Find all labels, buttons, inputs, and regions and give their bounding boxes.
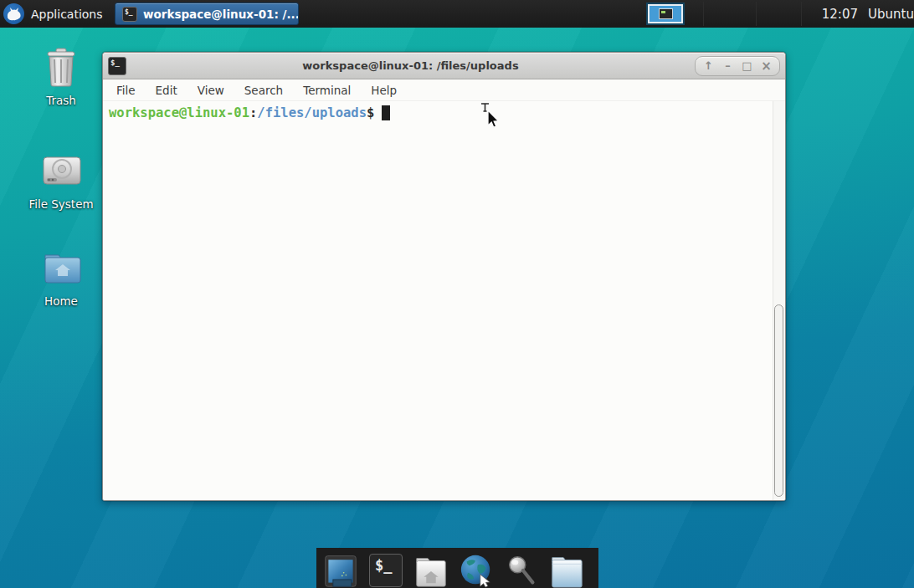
prompt-path: /files/uploads (257, 105, 367, 120)
filesystem-icon (40, 151, 82, 192)
applications-label: Applications (31, 8, 103, 21)
pager-window-icon (659, 8, 673, 19)
prompt-dollar: $ (367, 105, 374, 120)
menu-bar: File Edit View Search Terminal Help (103, 79, 785, 101)
desktop-icon-trash[interactable]: Trash (21, 47, 101, 107)
menu-terminal[interactable]: Terminal (293, 79, 361, 100)
minimize-button[interactable]: – (718, 57, 737, 75)
panel-separator (756, 2, 757, 26)
menu-file[interactable]: File (106, 79, 146, 100)
terminal-icon: $_ (122, 7, 137, 22)
show-desktop-icon[interactable] (323, 553, 358, 588)
maximize-button[interactable]: □ (737, 57, 757, 75)
prompt-colon: : (249, 105, 257, 120)
prompt-user-host: workspace@linux-01 (109, 105, 249, 120)
taskbar-window-label: workspace@linux-01: /... (143, 8, 299, 21)
shade-button[interactable]: ↑ (699, 57, 718, 75)
menu-help[interactable]: Help (361, 79, 407, 100)
app-finder-icon[interactable] (504, 553, 539, 588)
window-terminal-icon: $_ (108, 57, 126, 75)
menu-search[interactable]: Search (234, 79, 293, 100)
desktop-icon-home[interactable]: Home (21, 248, 101, 308)
panel-separator (703, 2, 704, 26)
home-folder-launcher-icon[interactable] (413, 553, 449, 588)
file-manager-icon[interactable] (549, 553, 584, 588)
menu-view[interactable]: View (187, 79, 234, 100)
terminal-launcher-icon[interactable]: $_ (368, 553, 403, 588)
trash-icon (40, 47, 82, 89)
window-title: workspace@linux-01: /files/uploads (131, 59, 690, 72)
terminal-content[interactable]: workspace@linux-01:/files/uploads$ (103, 101, 785, 500)
applications-menu-button[interactable]: Applications (0, 0, 111, 28)
desktop-icon-label: File System (28, 197, 93, 211)
web-browser-icon[interactable] (459, 553, 494, 588)
top-panel: Applications $_ workspace@linux-01: /...… (0, 0, 914, 28)
close-button[interactable]: × (757, 57, 776, 75)
xfce-mouse-icon (3, 3, 24, 24)
prompt-line: workspace@linux-01:/files/uploads$ (103, 101, 785, 120)
terminal-cursor (382, 105, 390, 120)
panel-separator (801, 2, 802, 26)
dock-panel: $_ (316, 548, 598, 588)
active-workspace[interactable] (648, 4, 683, 23)
workspace-pager[interactable] (646, 3, 685, 25)
desktop-icon-label: Trash (46, 94, 76, 107)
scrollbar-track[interactable] (773, 101, 785, 500)
host-label: Ubuntu (863, 0, 914, 28)
window-controls: ↑ – □ × (695, 56, 780, 76)
taskbar-window-button[interactable]: $_ workspace@linux-01: /... (115, 3, 299, 25)
terminal-window: $_ workspace@linux-01: /files/uploads ↑ … (102, 52, 786, 501)
menu-edit[interactable]: Edit (146, 79, 187, 100)
scrollbar-thumb[interactable] (774, 304, 783, 497)
desktop-icon-filesystem[interactable]: File System (21, 151, 101, 211)
desktop-icon-label: Home (44, 294, 78, 308)
clock[interactable]: 12:07 (822, 0, 858, 28)
titlebar[interactable]: $_ workspace@linux-01: /files/uploads ↑ … (103, 53, 785, 79)
home-folder-icon (40, 248, 82, 289)
desktop-screen: Applications $_ workspace@linux-01: /...… (0, 0, 914, 588)
